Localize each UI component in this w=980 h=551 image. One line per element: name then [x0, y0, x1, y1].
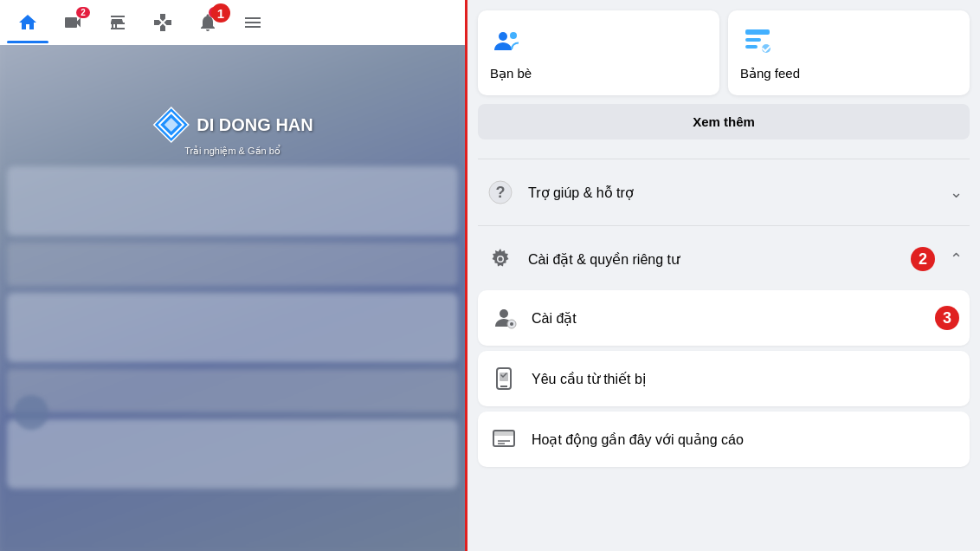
submenu-yeucau[interactable]: Yêu cầu từ thiết bị [478, 351, 970, 406]
friends-icon [490, 24, 525, 59]
avatar-blur [14, 395, 48, 430]
settings-menu-item[interactable]: Cài đặt & quyền riêng tư 2 ⌃ [478, 233, 970, 285]
step1-badge: 1 [211, 3, 230, 23]
divider-1 [478, 159, 970, 159]
quick-links-row: Bạn bè Bảng feed [478, 10, 970, 95]
blur-post-4 [7, 369, 458, 412]
settings-icon [485, 243, 516, 275]
logo-overlay: DI DONG HAN Trải nghiệm & Gần bổ [152, 106, 313, 157]
help-icon: ? [485, 177, 516, 208]
hoatdong-label: Hoạt động gần đây với quảng cáo [532, 431, 959, 448]
feed-label: Bảng feed [740, 66, 800, 81]
logo-subtext: Trải nghiệm & Gần bổ [184, 146, 280, 157]
video-badge: 2 [76, 7, 90, 18]
svg-point-13 [499, 257, 503, 262]
settings-label: Cài đặt & quyền riêng tư [528, 251, 931, 268]
help-menu-item[interactable]: ? Trợ giúp & hỗ trợ ⌄ [478, 166, 970, 218]
caidat-label: Cài đặt [532, 310, 916, 327]
quick-link-friends[interactable]: Bạn bè [478, 10, 719, 95]
svg-point-4 [510, 32, 517, 39]
right-panel: Bạn bè Bảng feed Xem thêm [467, 0, 980, 551]
svg-rect-7 [745, 45, 758, 49]
yeucau-icon [488, 363, 519, 394]
svg-rect-21 [493, 431, 514, 436]
nav-video[interactable]: 2 [52, 2, 93, 43]
content-area: DI DONG HAN Trải nghiệm & Gần bổ [0, 45, 465, 551]
svg-rect-5 [745, 29, 770, 35]
svg-point-14 [500, 309, 508, 318]
left-panel: 2 58 1 DI [0, 0, 467, 551]
see-more-button[interactable]: Xem thêm [478, 104, 970, 139]
blur-post-3 [7, 293, 458, 362]
nav-game[interactable] [142, 2, 184, 43]
logo-text: DI DONG HAN [197, 115, 313, 135]
nav-home[interactable] [7, 2, 48, 43]
top-nav: 2 58 1 [0, 0, 465, 45]
submenu-hoatdong[interactable]: Hoạt động gần đây với quảng cáo [478, 412, 970, 467]
svg-point-16 [510, 322, 513, 326]
nav-menu[interactable] [232, 2, 274, 43]
submenu-caidat[interactable]: Cài đặt 3 [478, 290, 970, 346]
svg-point-3 [499, 32, 507, 41]
step2-badge: 2 [911, 247, 935, 271]
hoatdong-icon [488, 424, 519, 455]
feed-icon [740, 24, 775, 59]
divider-2 [478, 225, 970, 226]
caidat-icon [488, 302, 519, 334]
svg-rect-6 [745, 38, 761, 42]
nav-store[interactable] [97, 2, 139, 43]
nav-notification[interactable]: 58 1 [187, 2, 229, 43]
yeucau-label: Yêu cầu từ thiết bị [532, 371, 959, 387]
help-label: Trợ giúp & hỗ trợ [528, 185, 938, 201]
blur-post-5 [7, 419, 458, 489]
logo-icon [152, 106, 190, 144]
step3-badge: 3 [935, 306, 959, 330]
help-chevron-icon: ⌄ [950, 183, 963, 202]
friends-label: Bạn bè [490, 66, 532, 81]
settings-chevron-icon: ⌃ [950, 250, 963, 269]
quick-link-feed[interactable]: Bảng feed [728, 10, 970, 95]
svg-text:?: ? [496, 184, 506, 201]
blur-post-2 [7, 243, 458, 286]
blur-post-1 [7, 166, 458, 236]
